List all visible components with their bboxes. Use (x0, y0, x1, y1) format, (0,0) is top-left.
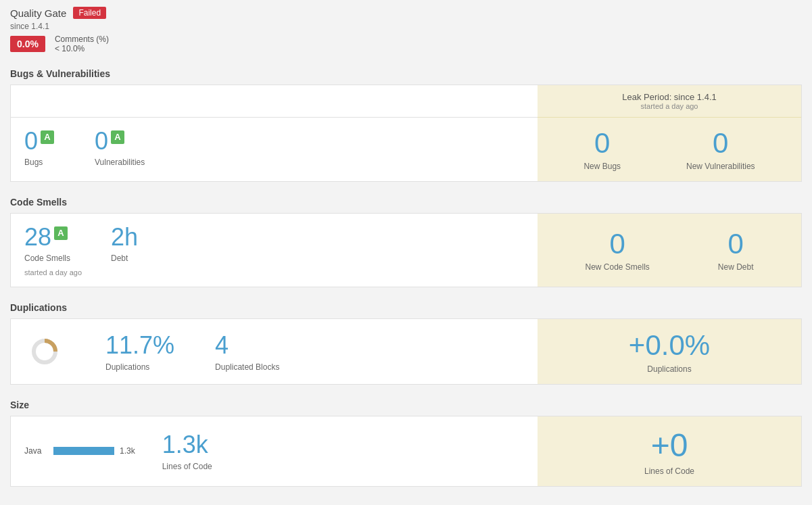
new-bugs-label: New Bugs (583, 162, 621, 171)
dup-leak-metrics: +0.0% Duplications (538, 319, 801, 384)
bugs-vuln-metrics: 0 A Bugs 0 A Vulnerabilities (11, 118, 538, 181)
dup-blocks-value: 4 (215, 331, 229, 360)
condition-label: Comments (%) (55, 34, 109, 44)
quality-gate-condition-detail: Comments (%) < 10.0% (55, 34, 109, 53)
leak-dup-label: Duplications (647, 364, 691, 374)
new-bugs-metric: 0 New Bugs (583, 128, 621, 171)
debt-label: Debt (111, 254, 128, 263)
size-card: Java 1.3k 1.3k Lines of Code +0 Lines of… (10, 416, 802, 487)
dup-percent-metric: 11.7% Duplications (105, 331, 174, 372)
duplications-card: 11.7% Duplications 4 Duplicated Blocks +… (10, 318, 802, 385)
leak-loc-value: +0 (651, 427, 688, 464)
bugs-metric: 0 A Bugs (24, 128, 54, 167)
dup-percent-value: 11.7% (105, 331, 174, 360)
dup-blocks-label: Duplicated Blocks (215, 362, 279, 372)
new-vuln-value: 0 (713, 128, 728, 159)
leak-dup-metric: +0.0% Duplications (629, 329, 710, 374)
quality-gate-condition: 0.0% Comments (%) < 10.0% (10, 34, 802, 53)
dup-body-row: 11.7% Duplications 4 Duplicated Blocks +… (11, 319, 801, 384)
bugs-value-display: 0 A (24, 128, 54, 155)
vuln-number: 0 (95, 128, 108, 155)
size-leak-metrics: +0 Lines of Code (538, 416, 801, 486)
code-smells-leak-metrics: 0 New Code Smells 0 New Debt (538, 214, 801, 287)
new-debt-value: 0 (727, 229, 743, 260)
duplications-section-title: Duplications (10, 294, 802, 318)
leak-period-title: Leak Period: since 1.4.1 (544, 92, 794, 102)
code-smells-left: 28 A Code Smells 2h Debt started a day a… (11, 214, 538, 287)
loc-label: Lines of Code (162, 462, 212, 471)
smells-value-display: 28 A (24, 224, 68, 251)
debt-metric: 2h Debt (111, 224, 138, 263)
new-bugs-value: 0 (594, 128, 610, 159)
bugs-vuln-leak-metrics: 0 New Bugs 0 New Vulnerabilities (538, 118, 801, 181)
leak-period-subtitle: started a day ago (544, 102, 794, 110)
vuln-label: Vulnerabilities (95, 158, 145, 167)
condition-value: < 10.0% (55, 44, 109, 53)
quality-gate-section: Quality Gate Failed since 1.4.1 0.0% Com… (10, 7, 802, 53)
dup-percent-label: Duplications (105, 362, 149, 372)
leak-loc-metric: +0 Lines of Code (644, 427, 694, 476)
new-smells-label: New Code Smells (585, 262, 649, 272)
smells-number: 28 (24, 224, 51, 251)
dup-left-metrics: 11.7% Duplications 4 Duplicated Blocks (11, 319, 538, 384)
quality-gate-title: Quality Gate (10, 7, 66, 19)
loc-value: 1.3k (162, 431, 208, 459)
vuln-value-display: 0 A (95, 128, 124, 155)
bugs-vuln-card: Leak Period: since 1.4.1 started a day a… (10, 85, 802, 182)
code-smells-body-row: 28 A Code Smells 2h Debt started a day a… (11, 214, 801, 287)
new-debt-label: New Debt (718, 262, 754, 272)
quality-gate-status-badge: Failed (73, 7, 106, 19)
leak-period-header: Leak Period: since 1.4.1 started a day a… (538, 85, 801, 118)
code-smells-started: started a day ago (24, 268, 524, 276)
leak-dup-value: +0.0% (629, 329, 710, 362)
loc-metric: 1.3k Lines of Code (162, 431, 212, 471)
bugs-number: 0 (24, 128, 38, 155)
code-smells-metrics-row: 28 A Code Smells 2h Debt (24, 224, 524, 263)
smells-grade: A (54, 226, 68, 240)
size-left-metrics: Java 1.3k 1.3k Lines of Code (11, 416, 538, 486)
size-section-title: Size (10, 391, 802, 416)
leak-loc-label: Lines of Code (644, 466, 694, 476)
new-vuln-metric: 0 New Vulnerabilities (686, 128, 755, 171)
bugs-vuln-header-left (11, 85, 538, 118)
debt-value-display: 2h (111, 224, 138, 251)
quality-gate-header: Quality Gate Failed (10, 7, 802, 19)
code-smells-section-title: Code Smells (10, 189, 802, 213)
size-bar-chart: Java 1.3k (24, 446, 135, 456)
new-smells-value: 0 (609, 229, 625, 260)
size-bar-track (53, 447, 114, 455)
bugs-label: Bugs (24, 158, 43, 167)
new-vuln-label: New Vulnerabilities (686, 162, 755, 171)
bugs-vuln-body-row: 0 A Bugs 0 A Vulnerabilities 0 New Bugs (11, 118, 801, 181)
code-smells-card: 28 A Code Smells 2h Debt started a day a… (10, 213, 802, 287)
vuln-grade: A (111, 130, 124, 144)
page-wrapper: Quality Gate Failed since 1.4.1 0.0% Com… (0, 0, 812, 500)
smells-metric: 28 A Code Smells (24, 224, 70, 263)
size-bar-count: 1.3k (120, 446, 135, 456)
bugs-vuln-section-title: Bugs & Vulnerabilities (10, 60, 802, 85)
dup-donut-chart (30, 337, 59, 366)
new-debt-metric: 0 New Debt (718, 229, 754, 272)
quality-gate-since: since 1.4.1 (10, 22, 802, 31)
size-bar-fill (53, 447, 114, 455)
debt-number: 2h (111, 224, 138, 251)
bugs-grade: A (41, 130, 54, 144)
vuln-metric: 0 A Vulnerabilities (95, 128, 145, 167)
dup-donut-container (24, 337, 65, 366)
size-body-row: Java 1.3k 1.3k Lines of Code +0 Lines of… (11, 416, 801, 486)
size-lang-label: Java (24, 446, 48, 456)
dup-blocks-metric: 4 Duplicated Blocks (215, 331, 279, 372)
quality-gate-percent: 0.0% (10, 36, 45, 52)
smells-label: Code Smells (24, 254, 70, 263)
bugs-vuln-header-row: Leak Period: since 1.4.1 started a day a… (11, 85, 801, 118)
new-smells-metric: 0 New Code Smells (585, 229, 649, 272)
